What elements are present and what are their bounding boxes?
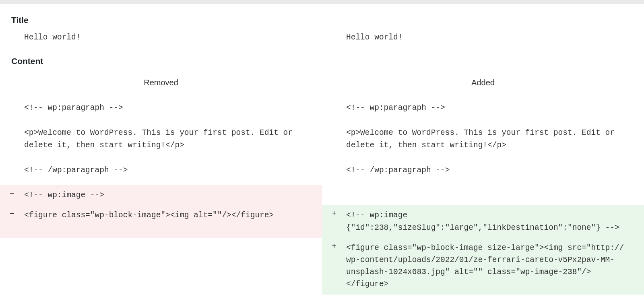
diff-row: <p>Welcome to WordPress. This is your fi… [0,123,644,155]
diff-marker [322,164,346,176]
diff-marker: − [0,189,24,201]
diff-marker [322,127,346,151]
diff-marker [0,164,24,176]
diff-marker [322,102,346,114]
diff-line-text: <!-- wp:paragraph --> [24,102,311,114]
diff-marker [0,127,24,151]
diff-cell-left: <p>Welcome to WordPress. This is your fi… [0,123,322,155]
diff-row: <!-- wp:paragraph --><!-- wp:paragraph -… [0,98,644,118]
diff-cell-left: −<figure class="wp-block-image"><img alt… [0,205,322,237]
diff-cell-left [0,238,322,295]
revision-diff-panel: Title Hello world! Hello world! Content … [0,4,644,299]
section-heading-title: Title [0,12,644,29]
removed-column-header: Removed [0,78,322,87]
diff-cell-right: +<!-- wp:image {"id":238,"sizeSlug":"lar… [322,205,644,237]
diff-cell-right [322,185,644,205]
diff-row: <!-- /wp:paragraph --><!-- /wp:paragraph… [0,160,644,180]
diff-cell-right: <p>Welcome to WordPress. This is your fi… [322,123,644,155]
section-heading-content: Content [0,46,644,70]
diff-row: +<figure class="wp-block-image size-larg… [0,238,644,295]
diff-line-text: <!-- wp:image {"id":238,"sizeSlug":"larg… [346,209,633,233]
diff-marker: + [322,242,346,291]
diff-cell-left: <!-- wp:paragraph --> [0,98,322,118]
diff-row: −<!-- wp:image --> [0,185,644,205]
title-left: Hello world! [0,31,322,43]
diff-marker [0,102,24,114]
diff-line-text: <figure class="wp-block-image"><img alt=… [24,209,311,233]
added-column-header: Added [322,78,644,87]
diff-line-text: <figure class="wp-block-image size-large… [346,242,633,291]
diff-cell-left: −<!-- wp:image --> [0,185,322,205]
diff-line-text: <!-- /wp:paragraph --> [24,164,311,176]
diff-marker: − [0,209,24,233]
diff-line-text [24,242,311,291]
diff-marker [322,189,346,201]
diff-line-text: <p>Welcome to WordPress. This is your fi… [24,127,311,151]
diff-line-text [346,189,633,201]
title-diff-row: Hello world! Hello world! [0,29,644,46]
diff-marker: + [322,209,346,233]
diff-line-text: <p>Welcome to WordPress. This is your fi… [346,127,633,151]
diff-cell-right: <!-- /wp:paragraph --> [322,160,644,180]
diff-cell-right: <!-- wp:paragraph --> [322,98,644,118]
diff-cell-left: <!-- /wp:paragraph --> [0,160,322,180]
diff-line-text: <!-- wp:image --> [24,189,311,201]
diff-row: −<figure class="wp-block-image"><img alt… [0,205,644,237]
diff-column-headers: Removed Added [0,70,644,98]
diff-line-text: <!-- /wp:paragraph --> [346,164,633,176]
content-diff-body: <!-- wp:paragraph --><!-- wp:paragraph -… [0,98,644,299]
diff-cell-right: +<figure class="wp-block-image size-larg… [322,238,644,295]
diff-marker [0,242,24,291]
diff-line-text: <!-- wp:paragraph --> [346,102,633,114]
title-right: Hello world! [322,31,644,43]
